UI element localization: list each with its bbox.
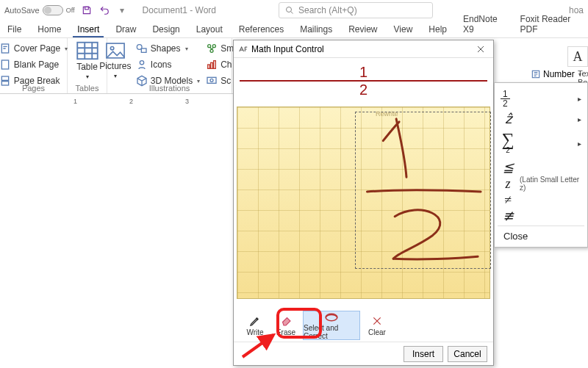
- svg-rect-10: [141, 48, 146, 52]
- tab-home[interactable]: Home: [33, 21, 65, 37]
- z-icon: z: [501, 176, 515, 192]
- tab-file[interactable]: File: [3, 21, 26, 37]
- qat-chevron-icon[interactable]: ▾: [116, 4, 128, 16]
- toggle-off[interactable]: [43, 5, 63, 15]
- close-icon[interactable]: [476, 43, 489, 56]
- svg-rect-15: [208, 65, 210, 68]
- tab-references[interactable]: References: [234, 21, 288, 37]
- ink-strokes-icon: [237, 107, 490, 298]
- group-label-pages: Pages: [22, 84, 45, 93]
- leq-icon: ≦: [501, 159, 515, 176]
- tab-view[interactable]: View: [390, 21, 417, 37]
- ink-canvas[interactable]: Rewrite: [237, 107, 490, 299]
- tab-mailings[interactable]: Mailings: [295, 21, 337, 37]
- tab-insert[interactable]: Insert: [73, 21, 104, 37]
- svg-rect-17: [214, 61, 216, 69]
- insert-button[interactable]: Insert: [404, 346, 443, 362]
- autosave-state: Off: [66, 7, 75, 14]
- chevron-right-icon: ▸: [578, 140, 581, 148]
- svg-point-19: [210, 79, 213, 82]
- undo-icon[interactable]: [98, 4, 110, 16]
- math-preview: 1 2: [234, 58, 493, 104]
- pictures-button[interactable]: Pictures ▾: [99, 40, 132, 81]
- svg-rect-6: [77, 42, 98, 59]
- autosave-label: AutoSave: [4, 6, 40, 15]
- dd-item-neq[interactable]: ≠: [495, 192, 587, 208]
- shapes-button[interactable]: Shapes: [135, 41, 201, 56]
- dropcap-button[interactable]: A: [567, 46, 588, 67]
- group-label-tables: Tables: [76, 84, 99, 93]
- zhat-icon: ẑ: [501, 111, 515, 127]
- tab-layout[interactable]: Layout: [192, 21, 227, 37]
- svg-rect-16: [211, 62, 213, 68]
- sum-icon: ∑2: [501, 133, 515, 153]
- dd-close[interactable]: Close: [495, 228, 587, 244]
- dialog-buttons: Insert Cancel: [234, 342, 493, 365]
- ncong-icon: ≢: [501, 208, 515, 224]
- clear-tool[interactable]: Clear: [363, 311, 391, 340]
- preview-numerator: 1: [240, 64, 487, 82]
- preview-denominator: 2: [240, 82, 487, 98]
- select-correct-tool[interactable]: Select and Correct: [303, 311, 360, 340]
- group-illustrations: Pictures ▾ Shapes Icons 3D Models Sm Ch …: [107, 38, 232, 93]
- dd-desc: (Latin Small Letter z): [520, 176, 581, 192]
- tab-review[interactable]: Review: [344, 21, 381, 37]
- neq-icon: ≠: [501, 192, 515, 208]
- dd-item-ncong[interactable]: ≢: [495, 208, 587, 224]
- group-pages: Cover Page Blank Page Page Break Pages: [0, 38, 68, 93]
- fraction-icon: 12: [501, 90, 510, 108]
- dd-close-label: Close: [503, 231, 528, 242]
- tab-help[interactable]: Help: [424, 21, 451, 37]
- fraction-preview: 1 2: [240, 64, 487, 98]
- tab-design[interactable]: Design: [148, 21, 184, 37]
- blank-page-button[interactable]: Blank Page: [0, 57, 60, 72]
- cover-page-button[interactable]: Cover Page: [0, 41, 69, 56]
- icons-button[interactable]: Icons: [135, 57, 201, 72]
- ribbon-tabs: File Home Insert Draw Design Layout Refe…: [0, 21, 588, 38]
- dd-item-zhat[interactable]: ẑ ▸: [495, 111, 587, 127]
- tab-draw[interactable]: Draw: [111, 21, 140, 37]
- svg-point-11: [140, 61, 143, 65]
- dd-item-z[interactable]: z (Latin Small Letter z): [495, 176, 587, 192]
- erase-tool[interactable]: Erase: [272, 311, 300, 340]
- chevron-right-icon: ▸: [578, 115, 581, 123]
- save-icon[interactable]: [81, 4, 93, 16]
- svg-rect-18: [207, 77, 216, 83]
- svg-rect-0: [85, 7, 88, 10]
- dialog-titlebar[interactable]: Math Input Control: [234, 40, 493, 58]
- cancel-button[interactable]: Cancel: [448, 346, 487, 362]
- number-dropdown[interactable]: Number: [531, 69, 581, 79]
- svg-rect-3: [1, 60, 8, 69]
- chevron-right-icon: ▸: [578, 95, 581, 103]
- dd-separator: [498, 226, 584, 226]
- svg-point-1: [287, 7, 292, 12]
- dd-item-fraction[interactable]: 12 ▸: [495, 86, 587, 111]
- dialog-toolbar: Write Erase Select and Correct Clear: [234, 309, 493, 342]
- svg-rect-5: [1, 82, 8, 85]
- dd-item-leq[interactable]: ≦: [495, 159, 587, 176]
- svg-rect-4: [1, 76, 8, 80]
- correction-dropdown: 12 ▸ ẑ ▸ ∑2 ▸ ≦ z (Latin Small Letter z)…: [494, 82, 588, 248]
- write-tool[interactable]: Write: [241, 311, 269, 340]
- tab-foxit[interactable]: Foxit Reader PDF: [516, 11, 585, 37]
- search-placeholder: Search (Alt+Q): [298, 5, 357, 15]
- dd-item-sum[interactable]: ∑2 ▸: [495, 127, 587, 159]
- math-input-dialog: Math Input Control 1 2 Rewrite: [233, 40, 494, 366]
- search-input[interactable]: Search (Alt+Q): [279, 2, 433, 18]
- doc-title: Document1 - Word: [143, 5, 216, 15]
- group-label-illustrations: Illustrations: [149, 84, 190, 93]
- dialog-title: Math Input Control: [251, 44, 324, 54]
- tab-endnote[interactable]: EndNote X9: [459, 11, 509, 37]
- autosave-toggle[interactable]: AutoSave Off: [4, 5, 75, 15]
- svg-point-8: [110, 46, 113, 49]
